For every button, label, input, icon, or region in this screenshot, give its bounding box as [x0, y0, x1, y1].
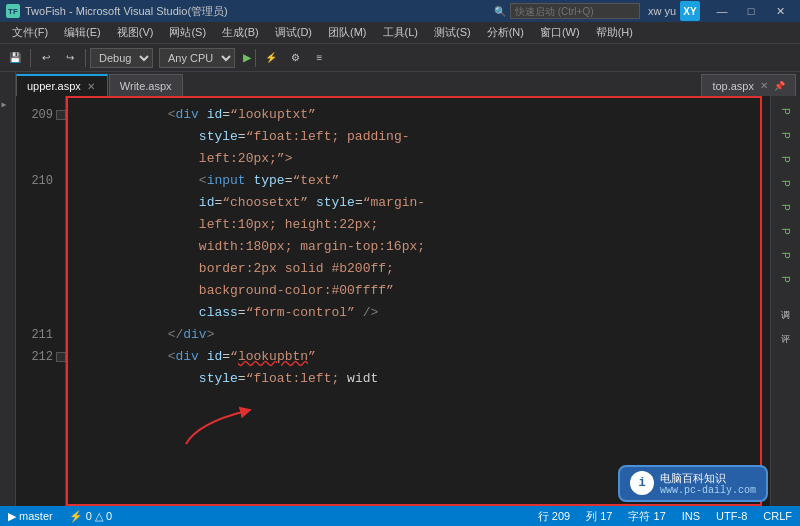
- tab-label-write: Write.aspx: [120, 80, 172, 92]
- tab-strip-right: top.aspx ✕ 📌: [701, 74, 800, 96]
- tab-strip-left: upper.aspx ✕ Write.aspx: [16, 74, 701, 96]
- debug-mode-dropdown[interactable]: Debug: [90, 48, 153, 68]
- editor-container[interactable]: 209 210 211 212 <div id =: [16, 96, 770, 506]
- code-line-209: <div id = “lookuptxt”: [74, 104, 762, 126]
- right-sidebar-icon-3[interactable]: P: [775, 148, 797, 170]
- line-num-blank6: [20, 258, 61, 280]
- menu-item-b[interactable]: 生成(B): [214, 23, 267, 42]
- arrow-annotation: [176, 406, 256, 451]
- right-sidebar-icon-2[interactable]: P: [775, 124, 797, 146]
- avatar: XY: [680, 1, 700, 21]
- right-sidebar-icon-7[interactable]: P: [775, 244, 797, 266]
- status-branch: ▶ master: [8, 510, 53, 523]
- line-num-blank3: [20, 192, 61, 214]
- status-line: 行 209: [538, 509, 570, 524]
- code-line-209b: style = “float:left; padding-: [74, 126, 762, 148]
- tab-close-top[interactable]: ✕: [758, 80, 770, 91]
- right-sidebar-icon-6[interactable]: P: [775, 220, 797, 242]
- menu-item-n[interactable]: 分析(N): [479, 23, 532, 42]
- menu-item-d[interactable]: 调试(D): [267, 23, 320, 42]
- toolbar: 💾 ↩ ↪ Debug Any CPU ▶ ⚡ ⚙ ≡: [0, 44, 800, 72]
- right-sidebar-icon-1[interactable]: P: [775, 100, 797, 122]
- code-line-210e: border:2px solid #b200ff;: [74, 258, 762, 280]
- code-line-211: </div>: [74, 324, 762, 346]
- right-sidebar-icon-review[interactable]: 评: [775, 316, 797, 338]
- code-line-212: <div id = “lookupbtn”: [74, 346, 762, 368]
- maximize-button[interactable]: □: [737, 0, 765, 22]
- menu-item-s[interactable]: 测试(S): [426, 23, 479, 42]
- tab-write-aspx[interactable]: Write.aspx: [109, 74, 183, 96]
- app-icon: TF: [6, 4, 20, 18]
- menu-item-f[interactable]: 文件(F): [4, 23, 56, 42]
- sidebar-collapse-icon[interactable]: ▶: [2, 100, 14, 112]
- tab-pin-icon[interactable]: 📌: [774, 81, 785, 91]
- info-badge-title: 电脑百科知识: [660, 471, 756, 485]
- menu-item-e[interactable]: 编辑(E): [56, 23, 109, 42]
- tab-label-top: top.aspx: [712, 80, 754, 92]
- right-sidebar-icon-debug[interactable]: 调: [775, 292, 797, 314]
- code-line-210f: background-color:#00ffff”: [74, 280, 762, 302]
- toolbar-btn-extra3[interactable]: ≡: [308, 47, 330, 69]
- line-num-blank2: [20, 148, 61, 170]
- line-num-blank1: [20, 126, 61, 148]
- line-num-blank4: [20, 214, 61, 236]
- tab-label-upper: upper.aspx: [27, 80, 81, 92]
- save-button[interactable]: 💾: [4, 47, 26, 69]
- window-controls: — □ ✕: [708, 0, 794, 22]
- right-sidebar-icon-5[interactable]: P: [775, 196, 797, 218]
- info-badge: i 电脑百科知识 www.pc-daily.com: [618, 465, 768, 502]
- toolbar-sep-2: [85, 49, 86, 67]
- code-line-210c: left:10px; height:22px;: [74, 214, 762, 236]
- tab-gutter: [0, 72, 16, 96]
- menu-bar: 文件(F)编辑(E)视图(V)网站(S)生成(B)调试(D)团队(M)工具(L)…: [0, 22, 800, 44]
- close-button[interactable]: ✕: [766, 0, 794, 22]
- info-badge-content: 电脑百科知识 www.pc-daily.com: [660, 471, 756, 496]
- status-bar: ▶ master ⚡ 0 △ 0 行 209 列 17 字符 17 INS UT…: [0, 506, 800, 526]
- app-title: TwoFish - Microsoft Visual Studio(管理员): [25, 4, 494, 19]
- line-num-212: 212: [20, 346, 61, 368]
- toolbar-btn-extra2[interactable]: ⚙: [284, 47, 306, 69]
- line-num-blank5: [20, 236, 61, 258]
- line-numbers: 209 210 211 212: [16, 96, 66, 506]
- status-col: 列 17: [586, 509, 612, 524]
- menu-item-v[interactable]: 视图(V): [109, 23, 162, 42]
- toolbar-btn-extra1[interactable]: ⚡: [260, 47, 282, 69]
- platform-dropdown[interactable]: Any CPU: [159, 48, 235, 68]
- line-num-211: 211: [20, 324, 61, 346]
- minimize-button[interactable]: —: [708, 0, 736, 22]
- status-ins: INS: [682, 510, 700, 522]
- run-button[interactable]: ▶: [243, 49, 251, 66]
- title-bar: TF TwoFish - Microsoft Visual Studio(管理员…: [0, 0, 800, 22]
- tab-upper-aspx[interactable]: upper.aspx ✕: [16, 74, 108, 96]
- search-icon: 🔍: [494, 6, 506, 17]
- status-encoding: UTF-8: [716, 510, 747, 522]
- status-eol: CRLF: [763, 510, 792, 522]
- code-line-210: <input type = “text”: [74, 170, 762, 192]
- right-sidebar-icon-4[interactable]: P: [775, 172, 797, 194]
- redo-button[interactable]: ↪: [59, 47, 81, 69]
- left-sidebar: ▶: [0, 96, 16, 506]
- menu-item-m[interactable]: 团队(M): [320, 23, 375, 42]
- menu-item-h[interactable]: 帮助(H): [588, 23, 641, 42]
- status-errors: ⚡ 0 △ 0: [69, 510, 112, 523]
- line-num-210: 210: [20, 170, 61, 192]
- line-num-209: 209: [20, 104, 61, 126]
- toolbar-sep-3: [255, 49, 256, 67]
- code-line-212b: style = “float:left; widt: [74, 368, 762, 390]
- right-sidebar-icon-8[interactable]: P: [775, 268, 797, 290]
- menu-item-l[interactable]: 工具(L): [375, 23, 426, 42]
- tab-top-aspx[interactable]: top.aspx ✕ 📌: [701, 74, 796, 96]
- code-line-210g: class = “form-control” />: [74, 302, 762, 324]
- line-num-blank8: [20, 302, 61, 324]
- menu-item-w[interactable]: 窗口(W): [532, 23, 588, 42]
- menu-item-s[interactable]: 网站(S): [161, 23, 214, 42]
- quick-launch-input[interactable]: [510, 3, 640, 19]
- line-num-blank7: [20, 280, 61, 302]
- code-line-209c: left:20px;”>: [74, 148, 762, 170]
- code-editor[interactable]: <div id = “lookuptxt” style = “float:lef…: [66, 96, 770, 506]
- toolbar-sep-1: [30, 49, 31, 67]
- info-badge-url: www.pc-daily.com: [660, 485, 756, 496]
- main-editor-area: ▶ 209 210 211 212 <div: [0, 96, 800, 506]
- undo-button[interactable]: ↩: [35, 47, 57, 69]
- tab-close-upper[interactable]: ✕: [85, 81, 97, 92]
